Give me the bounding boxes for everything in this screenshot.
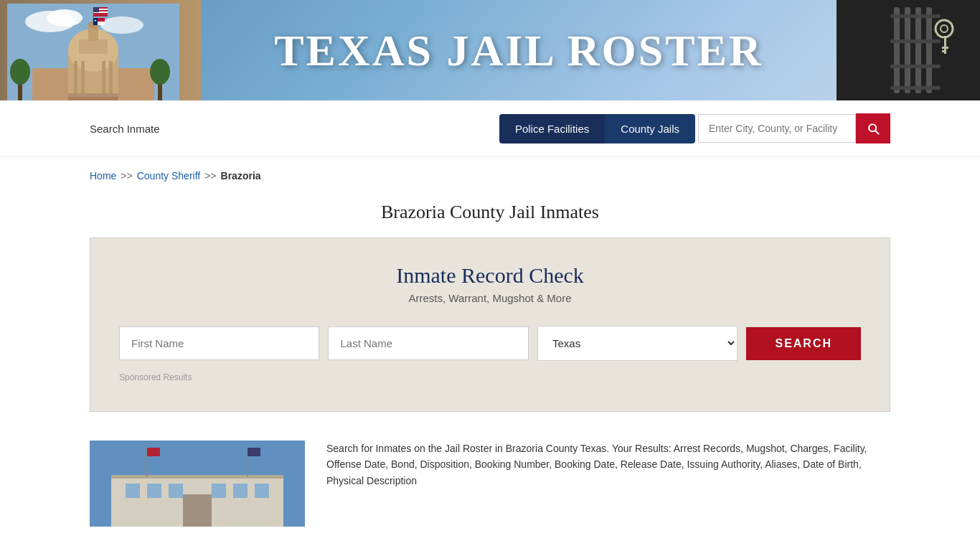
facility-thumbnail <box>90 441 305 527</box>
svg-rect-36 <box>890 39 941 43</box>
svg-rect-35 <box>890 14 941 18</box>
bottom-section: Search for Inmates on the Jail Roster in… <box>0 433 980 541</box>
svg-rect-6 <box>79 39 108 54</box>
svg-rect-42 <box>942 47 948 49</box>
svg-rect-38 <box>890 86 941 90</box>
breadcrumb-sep-1: >> <box>121 170 132 182</box>
header-left-image <box>0 0 201 100</box>
svg-rect-46 <box>126 484 140 498</box>
svg-point-27 <box>10 59 30 85</box>
last-name-input[interactable] <box>328 326 528 360</box>
svg-rect-32 <box>905 7 910 93</box>
svg-rect-33 <box>915 7 921 93</box>
facility-search-input[interactable] <box>698 114 856 143</box>
svg-rect-34 <box>926 7 932 93</box>
record-search-button[interactable]: SEARCH <box>746 327 861 360</box>
facility-image-svg <box>90 441 305 527</box>
svg-rect-48 <box>169 484 183 498</box>
svg-rect-52 <box>183 494 212 527</box>
jail-image-svg <box>837 0 980 100</box>
svg-rect-13 <box>93 7 99 12</box>
svg-rect-50 <box>233 484 248 498</box>
header-right-image <box>837 0 980 100</box>
site-title: Texas Jail Roster <box>274 25 763 76</box>
sponsored-label: Sponsored Results <box>119 372 861 382</box>
header-banner: Texas Jail Roster <box>0 0 980 100</box>
nav-bar: Search Inmate Police Facilities County J… <box>0 100 980 157</box>
svg-point-29 <box>150 59 170 85</box>
record-check-box: Inmate Record Check Arrests, Warrant, Mu… <box>90 237 890 412</box>
breadcrumb-county-sheriff-link[interactable]: County Sheriff <box>137 170 200 182</box>
svg-rect-51 <box>255 484 269 498</box>
svg-rect-43 <box>942 50 946 52</box>
header-title-area: Texas Jail Roster <box>201 25 837 76</box>
svg-point-2 <box>47 9 83 27</box>
record-check-subtitle: Arrests, Warrant, Mugshot & More <box>119 292 861 304</box>
nav-right-section: Police Facilities County Jails <box>499 113 890 143</box>
svg-rect-31 <box>894 7 900 93</box>
nav-search-label: Search Inmate <box>90 123 160 135</box>
breadcrumb-sep-2: >> <box>204 170 216 182</box>
state-select[interactable]: AlabamaAlaskaArizonaArkansasCaliforniaCo… <box>537 326 738 361</box>
page-title: Brazoria County Jail Inmates <box>0 202 980 223</box>
svg-rect-49 <box>212 484 226 498</box>
svg-rect-25 <box>118 68 154 100</box>
svg-rect-55 <box>147 448 160 456</box>
facility-search-button[interactable] <box>856 113 890 143</box>
bottom-description: Search for Inmates on the Jail Roster in… <box>326 441 890 489</box>
capitol-svg <box>7 4 179 100</box>
page-title-area: Brazoria County Jail Inmates <box>0 189 980 237</box>
svg-rect-47 <box>147 484 161 498</box>
svg-rect-53 <box>111 475 283 479</box>
first-name-input[interactable] <box>119 326 319 360</box>
police-facilities-button[interactable]: Police Facilities <box>499 114 605 143</box>
search-icon <box>866 121 880 136</box>
svg-point-3 <box>100 17 143 34</box>
breadcrumb-home-link[interactable]: Home <box>90 170 116 182</box>
svg-rect-24 <box>32 68 68 100</box>
breadcrumb-current: Brazoria <box>221 170 261 182</box>
svg-rect-16 <box>93 18 98 25</box>
county-jails-button[interactable]: County Jails <box>605 114 695 143</box>
svg-rect-37 <box>890 65 941 68</box>
nav-search-wrapper <box>698 113 890 143</box>
record-check-form: AlabamaAlaskaArizonaArkansasCaliforniaCo… <box>119 326 861 361</box>
svg-rect-57 <box>248 448 260 456</box>
record-check-title: Inmate Record Check <box>119 263 861 288</box>
breadcrumb: Home >> County Sheriff >> Brazoria <box>0 157 980 189</box>
